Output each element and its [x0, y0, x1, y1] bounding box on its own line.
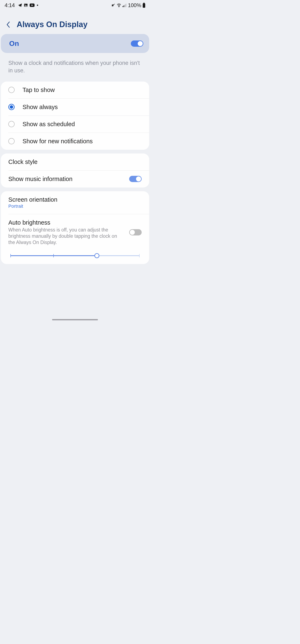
telegram-icon [18, 3, 22, 8]
auto-brightness-row[interactable]: Auto brightness When Auto brightness is … [1, 214, 149, 251]
more-dot-icon [37, 4, 38, 6]
image-icon [23, 3, 28, 8]
radio-inner-dot [10, 105, 13, 109]
radio-label: Tap to show [22, 86, 55, 94]
svg-rect-10 [143, 3, 145, 3]
status-notification-icons [18, 3, 38, 8]
master-toggle-card[interactable]: On [1, 34, 149, 53]
svg-point-1 [25, 4, 25, 5]
radio-label: Show as scheduled [22, 121, 75, 128]
status-bar: 4:14 100% [0, 0, 150, 9]
radio-option-show-always[interactable]: Show always [1, 99, 149, 116]
navigation-handle[interactable] [52, 319, 98, 320]
clock-style-label: Clock style [8, 158, 37, 166]
music-info-label: Show music information [8, 176, 72, 182]
brightness-slider[interactable] [10, 255, 140, 256]
chevron-left-icon [6, 21, 10, 28]
music-info-row[interactable]: Show music information [1, 170, 149, 188]
radio-label: Show always [22, 104, 58, 110]
svg-rect-11 [143, 3, 145, 8]
status-bar-left: 4:14 [4, 2, 38, 8]
radio-option-show-for-new-notifications[interactable]: Show for new notifications [1, 133, 149, 150]
auto-brightness-content: Auto brightness When Auto brightness is … [8, 219, 129, 246]
page-title: Always On Display [17, 20, 87, 29]
radio-option-show-as-scheduled[interactable]: Show as scheduled [1, 116, 149, 133]
wifi-icon [117, 3, 121, 7]
slider-tick-end [139, 254, 140, 257]
screen-orientation-label: Screen orientation [8, 196, 142, 203]
battery-percent: 100% [128, 2, 141, 8]
display-mode-card: Tap to show Show always Show as schedule… [1, 82, 149, 150]
svg-point-3 [37, 4, 38, 6]
slider-tick-mid [53, 254, 54, 257]
slider-tick-start [10, 254, 11, 257]
clock-style-row[interactable]: Clock style [1, 154, 149, 170]
auto-brightness-label: Auto brightness [8, 219, 129, 226]
svg-point-5 [119, 6, 119, 7]
brightness-slider-container [1, 251, 149, 264]
svg-rect-6 [122, 6, 123, 7]
svg-rect-7 [124, 6, 124, 7]
radio-icon [8, 121, 14, 127]
battery-icon [142, 3, 145, 8]
status-time: 4:14 [4, 2, 15, 8]
status-bar-right: 100% [111, 2, 145, 8]
radio-icon [8, 87, 14, 93]
screen-orientation-value: Portrait [8, 204, 142, 209]
clock-settings-card: Clock style Show music information [1, 154, 149, 188]
toggle-knob [130, 230, 135, 235]
radio-label: Show for new notifications [22, 138, 93, 145]
slider-thumb[interactable] [94, 253, 99, 258]
youtube-icon [29, 3, 35, 7]
svg-rect-9 [126, 4, 126, 7]
radio-icon-selected [8, 104, 14, 110]
screen-settings-card: Screen orientation Portrait Auto brightn… [1, 191, 149, 264]
toggle-knob [138, 41, 143, 46]
master-toggle-switch[interactable] [131, 40, 143, 47]
page-header: Always On Display [0, 9, 150, 34]
music-info-toggle[interactable] [129, 176, 142, 182]
auto-brightness-description: When Auto brightness is off, you can adj… [8, 227, 129, 246]
radio-icon [8, 138, 14, 144]
svg-rect-8 [125, 4, 125, 7]
radio-option-tap-to-show[interactable]: Tap to show [1, 82, 149, 98]
screen-orientation-row[interactable]: Screen orientation Portrait [1, 191, 149, 214]
mute-icon [111, 3, 115, 7]
back-button[interactable] [4, 21, 12, 28]
screen-orientation-content: Screen orientation Portrait [8, 196, 142, 209]
master-toggle-label: On [9, 40, 19, 48]
toggle-knob [136, 176, 141, 182]
feature-description: Show a clock and notifications when your… [0, 53, 150, 82]
signal-icon [122, 3, 127, 7]
auto-brightness-toggle[interactable] [129, 229, 142, 236]
